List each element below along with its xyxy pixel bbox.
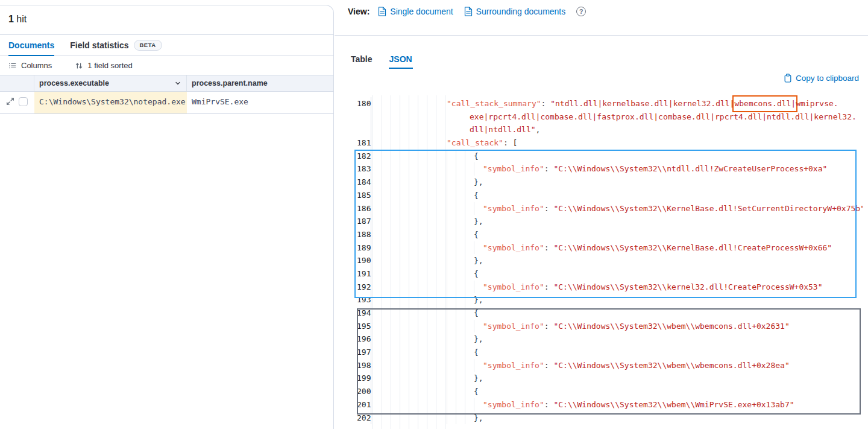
indent-guide (456, 359, 465, 372)
code-token: "C:\\Windows\\System32\\ntdll.dll!ZwCrea… (553, 162, 827, 176)
grid-header: process.executable process.parent.name (0, 75, 333, 92)
code-token: "symbol_info" (483, 241, 544, 255)
code-line: 187}, (353, 215, 863, 228)
line-number: 181 (353, 136, 371, 150)
code-token: }, (474, 372, 483, 385)
code-line: 200{ (353, 385, 863, 398)
column-header-process-parent-name[interactable]: process.parent.name (187, 75, 333, 91)
indent-guide (447, 359, 456, 372)
indent-guide (456, 176, 465, 189)
tab-documents[interactable]: Documents (8, 35, 54, 56)
indent-guide (465, 372, 474, 385)
surrounding-documents-link[interactable]: Surrounding documents (464, 5, 566, 17)
line-number: 202 (353, 412, 371, 425)
indent-guide (447, 307, 456, 320)
line-number: 200 (353, 385, 371, 398)
indent-guide (456, 320, 465, 333)
indent-guide (456, 189, 465, 202)
chevron-down-icon[interactable] (174, 80, 181, 87)
indent-guide (447, 412, 456, 425)
code-token: : (544, 281, 554, 294)
indent-guide (447, 320, 456, 333)
indent-guide (447, 215, 456, 228)
indent-guide (447, 254, 456, 267)
copy-to-clipboard-button[interactable]: Copy to clipboard (784, 74, 859, 83)
surrounding-documents-label: Surrounding documents (476, 5, 566, 17)
single-document-link[interactable]: Single document (378, 5, 453, 17)
sort-fields-button[interactable]: 1 field sorted (70, 59, 137, 72)
expand-row-button[interactable] (6, 97, 14, 106)
code-token: "C:\\Windows\\System32\\KernelBase.dll!C… (553, 241, 832, 255)
indent-guide (465, 385, 474, 398)
indent-guide (465, 254, 474, 267)
discover-app: 1 hit Documents Field statistics BETA (0, 0, 868, 429)
line-number: 196 (353, 332, 371, 346)
tab-json[interactable]: JSON (389, 54, 413, 69)
line-number: 184 (353, 176, 371, 189)
code-token: : [ (503, 136, 517, 150)
line-number: 182 (353, 150, 371, 163)
indent-guide (474, 162, 483, 176)
tab-field-statistics[interactable]: Field statistics BETA (70, 35, 162, 56)
indent-guide (465, 281, 474, 294)
line-number: 193 (353, 293, 371, 307)
code-line: 186"symbol_info": "C:\\Windows\\System32… (353, 202, 863, 215)
tab-table[interactable]: Table (350, 54, 373, 69)
columns-button[interactable]: Columns (4, 59, 57, 72)
indent-guide (456, 150, 465, 163)
indent-guide (465, 189, 474, 202)
columns-label: Columns (21, 61, 52, 70)
line-number: 183 (353, 162, 371, 176)
code-token: "ntdll.dll|kernelbase.dll|kernel32.dll| (550, 97, 734, 110)
indent-guide (465, 412, 474, 425)
line-number: 195 (353, 320, 371, 333)
line-number (353, 110, 371, 124)
line-number: 198 (353, 359, 371, 372)
line-number: 188 (353, 228, 371, 241)
indent-guide (465, 293, 474, 307)
indent-guide (456, 332, 465, 346)
row-checkbox[interactable] (19, 97, 28, 106)
indent-guide (474, 320, 483, 333)
code-token: { (474, 267, 479, 281)
columns-icon (8, 62, 17, 70)
indent-guide (447, 189, 456, 202)
code-token: "call_stack_summary" (447, 97, 541, 110)
column-header-process-executable[interactable]: process.executable (34, 75, 187, 91)
code-token: }, (474, 293, 483, 307)
line-number: 199 (353, 372, 371, 385)
code-token: : (544, 398, 554, 412)
indent-guide (465, 176, 474, 189)
indent-guide (465, 241, 474, 255)
indent-guide (456, 202, 465, 215)
indent-guide (465, 320, 474, 333)
code-token: : (544, 162, 554, 176)
row-control-cell (0, 92, 34, 113)
code-line: 194{ (353, 307, 863, 320)
line-number: 190 (353, 254, 371, 267)
code-token: "C:\\Windows\\System32\\wbem\\wbemcons.d… (553, 359, 789, 372)
code-token: : (544, 202, 554, 215)
code-token: { (474, 189, 479, 202)
cell-process-executable[interactable]: C:\Windows\System32\notepad.exe (34, 92, 187, 113)
indent-guide (456, 346, 465, 359)
indent-guide (456, 215, 465, 228)
indent-guide (447, 385, 456, 398)
tab-documents-label: Documents (8, 40, 54, 50)
indent-guide (465, 150, 474, 163)
code-line: exe|rpcrt4.dll|combase.dll|fastprox.dll|… (353, 110, 863, 124)
indent-guide (465, 202, 474, 215)
line-number: 192 (353, 281, 371, 294)
question-icon[interactable]: ? (576, 7, 586, 16)
document-flyout: View: Single document (335, 0, 868, 429)
indent-guide (474, 359, 483, 372)
view-label: View: (348, 5, 370, 17)
column-header-label: process.executable (39, 79, 109, 87)
cell-process-parent-name[interactable]: WmiPrvSE.exe (187, 92, 333, 113)
panel-tabs: Documents Field statistics BETA (0, 35, 333, 56)
documents-panel: 1 hit Documents Field statistics BETA (0, 5, 334, 429)
indent-guide (465, 267, 474, 281)
indent-guide (447, 202, 456, 215)
grid-header-control-cell (0, 75, 34, 91)
indent-guide (456, 281, 465, 294)
